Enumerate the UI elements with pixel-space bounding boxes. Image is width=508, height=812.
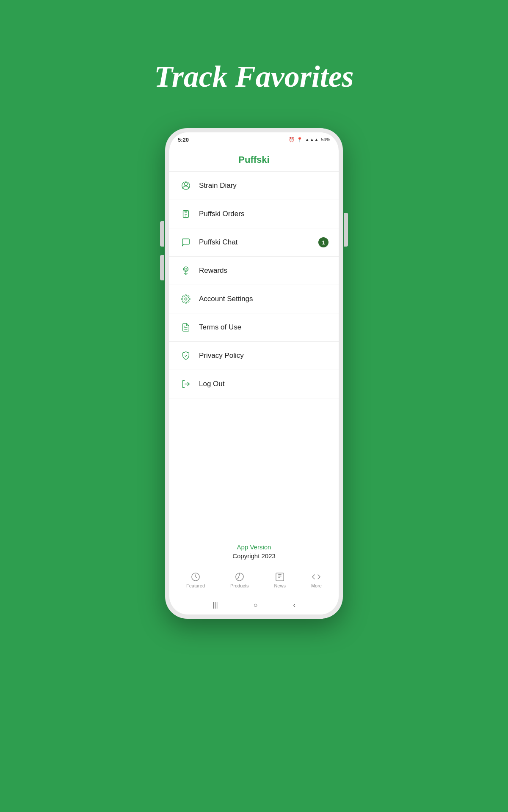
nav-item-news[interactable]: News [267,570,293,590]
leaf-icon [235,572,245,582]
nav-item-featured[interactable]: Featured [179,570,212,590]
android-back[interactable]: ‹ [293,601,295,609]
more-label: More [311,583,322,588]
logout-icon [179,378,192,390]
status-bar: 5:20 ⏰ 📍 ▲▲▲ 54% [169,132,339,147]
svg-point-6 [184,267,188,272]
featured-icon [190,572,201,582]
alarm-icon: ⏰ [289,137,295,143]
menu-item-strain-diary[interactable]: Strain Diary [169,172,339,200]
status-icons: ⏰ 📍 ▲▲▲ 54% [289,137,330,143]
clipboard-icon [179,208,192,220]
news-icon [275,572,285,582]
android-home[interactable]: ○ [254,601,258,609]
volume-button [160,255,164,280]
svg-point-7 [185,268,187,271]
menu-item-account-settings[interactable]: Account Settings [169,285,339,313]
privacy-policy-label: Privacy Policy [199,351,244,360]
android-nav: ||| ○ ‹ [169,596,339,614]
puffski-orders-label: Puffski Orders [199,210,244,218]
android-recents[interactable]: ||| [213,601,218,609]
menu-list: Strain Diary Puffski Orders Puffski Chat… [169,172,339,535]
rewards-label: Rewards [199,266,227,275]
award-icon [179,264,192,277]
bottom-nav: Featured Products News More [169,564,339,596]
chat-badge: 1 [318,237,329,247]
chat-icon [179,236,192,249]
menu-item-puffski-chat[interactable]: Puffski Chat 1 [169,228,339,257]
location-icon: 📍 [297,137,303,143]
app-copyright: Copyright 2023 [169,552,339,560]
svg-point-8 [185,298,187,300]
menu-item-puffski-orders[interactable]: Puffski Orders [169,200,339,228]
user-circle-icon [179,179,192,192]
settings-icon [179,293,192,305]
nav-item-products[interactable]: Products [224,570,255,590]
signal-icon: ▲▲▲ [305,137,319,142]
battery-text: 54% [321,137,330,142]
menu-item-rewards[interactable]: Rewards [169,257,339,285]
menu-item-terms-of-use[interactable]: Terms of Use [169,313,339,342]
more-icon [311,572,321,582]
nav-item-more[interactable]: More [304,570,329,590]
featured-label: Featured [186,583,205,588]
news-label: News [274,583,286,588]
products-label: Products [230,583,248,588]
terms-of-use-label: Terms of Use [199,323,241,332]
app-version-section: App Version Copyright 2023 [169,535,339,564]
app-header: Puffski [169,147,339,172]
log-out-label: Log Out [199,380,225,388]
page-title: Track Favorites [154,59,353,94]
menu-item-log-out[interactable]: Log Out [169,370,339,398]
shield-icon [179,349,192,362]
strain-diary-label: Strain Diary [199,181,237,190]
phone-screen: 5:20 ⏰ 📍 ▲▲▲ 54% Puffski Strain Diary [169,132,339,614]
svg-point-0 [184,183,187,186]
menu-item-privacy-policy[interactable]: Privacy Policy [169,342,339,370]
puffski-chat-label: Puffski Chat [199,238,237,247]
app-version-label: App Version [169,543,339,551]
status-time: 5:20 [178,137,189,143]
app-name: Puffski [238,154,269,165]
file-text-icon [179,321,192,334]
phone-shell: 5:20 ⏰ 📍 ▲▲▲ 54% Puffski Strain Diary [165,128,343,619]
account-settings-label: Account Settings [199,295,253,303]
